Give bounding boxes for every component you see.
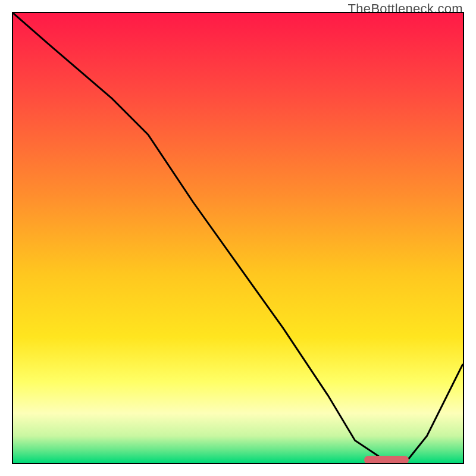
optimal-range-marker — [364, 456, 409, 464]
plot-area — [12, 12, 464, 464]
background-gradient — [13, 13, 463, 463]
chart-container: TheBottleneck.com — [0, 0, 476, 476]
svg-rect-0 — [13, 13, 463, 463]
